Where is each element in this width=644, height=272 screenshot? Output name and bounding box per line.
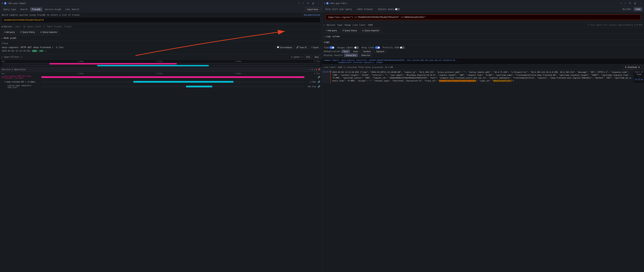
trash-icon-right[interactable]: 🗑 (633, 2, 637, 5)
timeline-bar-row-2 (2, 65, 320, 66)
help-icon[interactable]: ? (298, 2, 300, 5)
node-graph-section[interactable]: ▶ Node graph (0, 36, 322, 41)
tab-loki-search[interactable]: Loki Search (64, 8, 81, 11)
span-link-icon-2[interactable]: 🔗 (318, 85, 320, 88)
span-rows: ▼ nais-ingress HTTP GET shop-frontend / … (0, 74, 322, 89)
span-link-icon-1[interactable]: 🔗 (318, 80, 320, 83)
tab-explain-query[interactable]: Explain query (376, 7, 402, 11)
prettify-json-toggle[interactable] (400, 46, 405, 49)
svc-all-icon[interactable]: ⟫ (316, 68, 317, 71)
query-inspector-button-right[interactable]: ⊙ Query inspector (360, 28, 381, 33)
query-history-button-left[interactable]: ↺ Query history (18, 30, 37, 34)
tab-service-graph[interactable]: Service Graph (43, 8, 63, 11)
next-button[interactable]: Next (313, 56, 320, 58)
give-feedback-button[interactable]: 💬 Give feedback (275, 46, 294, 49)
query-inspector-button-left[interactable]: ⊙ Query inspector (38, 30, 59, 34)
tab-kick-start[interactable]: Kick start your query (324, 7, 354, 11)
tab-builder[interactable]: Builder (621, 7, 633, 11)
save-icon[interactable]: ⬆ (302, 2, 304, 5)
tab-query-type[interactable]: Query type (2, 8, 18, 11)
line-limit-row: Line limit: 1000 (1 returned) Total byte… (322, 64, 644, 70)
options-spans-limit: Spans Limit: 3 (27, 25, 45, 28)
service-operation-label: Service & Operation (2, 68, 310, 71)
svc-pin-icon[interactable]: 📌 (318, 68, 320, 71)
chevron-options-right: ▶ (324, 24, 325, 26)
eye-icon-right[interactable]: 👁 (628, 2, 632, 5)
span-duration-2: 692.57μs (306, 86, 316, 88)
timeline-bar-pink (50, 63, 177, 64)
eye-icon[interactable]: 👁 (306, 2, 310, 5)
tab-code[interactable]: Code (634, 7, 642, 11)
span-collapse-icon-1[interactable]: ▼ (4, 81, 6, 83)
add-query-button-left[interactable]: + Add query (2, 30, 17, 34)
tab-traceql[interactable]: TraceQL (30, 8, 42, 11)
trash-icon[interactable]: 🗑 (311, 2, 315, 5)
history-icon-left: ↺ (20, 31, 22, 33)
oldest-first-btn[interactable]: Oldest first (359, 54, 372, 57)
export-button[interactable]: ↗ Export (309, 46, 320, 49)
info-circle-icon: ⓘ (21, 56, 23, 58)
timeline-bar-teal (97, 65, 209, 66)
trace-id-button[interactable]: 🔗 Trace ID (295, 46, 308, 49)
datasource-name-right: (dev-gcp-loki) (330, 2, 347, 4)
logs-label: Logs (322, 39, 644, 45)
options-limit: Limit: 20 (14, 25, 26, 28)
trace-date: 2024-03-04 12:13:18.651 (2, 50, 30, 52)
dedup-exact-btn[interactable]: Exact (351, 50, 360, 53)
span-collapse-icon-0[interactable]: ▼ (2, 76, 3, 78)
wrap-lines-toggle[interactable] (375, 46, 380, 49)
svc-expand-icon[interactable]: ⋯ (310, 68, 311, 71)
traceql-input[interactable] (2, 17, 320, 23)
svc-collapse-icon[interactable]: ⟨ (312, 68, 313, 71)
newest-first-btn[interactable]: Newest first (344, 54, 358, 57)
save-icon-right[interactable]: ⬆ (624, 2, 627, 5)
deduplication-label: Deduplication (324, 50, 340, 53)
export-icon: ↗ (311, 46, 312, 48)
span-row-1: ▼ shop-frontend GET / (2.58ms) 2.58ms 🔗 (2, 80, 320, 84)
documentation-link[interactable]: Documentation (304, 14, 320, 16)
feedback-icon: 💬 (277, 46, 279, 48)
query-tabs-left: Query type Search TraceQL Service Graph … (0, 6, 322, 12)
options-table-format: Table Format: Traces (46, 25, 72, 28)
collapse-icon-right[interactable]: ▼ (324, 2, 325, 4)
dedup-none-btn[interactable]: None (342, 50, 350, 53)
options-line-limit-right: Line limit: 1000 (353, 24, 373, 26)
tab-search[interactable]: Search (18, 8, 29, 11)
span-bar-0 (41, 76, 304, 78)
explain-query-toggle[interactable] (395, 8, 400, 10)
method-badge: GET (32, 50, 37, 52)
timeline-bars (2, 63, 320, 66)
svc-op-controls: ⋯ ⟨ ⟩ ⟫ 📌 (310, 68, 320, 71)
svc-op-times: 0μs 1.69ms 3.37ms 5.06ms 6.75ms (0, 72, 322, 74)
tab-label-browser[interactable]: Label browser (355, 7, 375, 11)
left-panel-header: ▼ A (dev-gcp-tempo) ? ⬆ 👁 🗑 ⋮ (0, 0, 322, 6)
more-icon-right[interactable]: ⋮ (638, 2, 642, 5)
svc-more-icon[interactable]: ⟩ (314, 68, 315, 71)
download-button[interactable]: ⬇ Download ▼ (623, 65, 642, 69)
logs-controls: Time Unique labels Wrap lines Prettify J… (322, 45, 644, 58)
span-bar-2 (186, 86, 212, 87)
options-query-info: ⓘ This query will process approximately … (588, 24, 642, 26)
collapse-icon[interactable]: ▼ (2, 2, 3, 4)
time-toggle[interactable] (330, 46, 334, 49)
help-icon-right[interactable]: ? (620, 2, 622, 5)
import-trace-button[interactable]: Import trace (305, 7, 320, 12)
timeline-labels: 0μs 1.69ms 3.37ms 5.06ms 6.75ms (2, 60, 320, 62)
chevron-span-filters: ▶ (2, 56, 3, 58)
add-query-button-right[interactable]: + Add query (324, 28, 339, 33)
options-toggle-left[interactable]: ▶ Options (2, 25, 12, 28)
datasource-icon-right: A (326, 2, 328, 4)
right-query-bar[interactable]: {app="nais-ingress"} |="39e8b83281976509… (326, 14, 641, 20)
options-row-right: ▶ Options Type: Range Line limit: 1000 ⓘ… (322, 22, 644, 28)
prev-button[interactable]: Prev (305, 56, 312, 58)
status-badge: 200 (38, 50, 44, 52)
unique-labels-toggle[interactable] (354, 46, 359, 49)
dedup-signature-btn[interactable]: Signature (374, 50, 386, 53)
dedup-numbers-btn[interactable]: Numbers (361, 50, 373, 53)
query-history-button-right[interactable]: ↺ Query history (340, 28, 359, 33)
span-link-icon-0[interactable]: 🔗 (318, 76, 320, 78)
logs-volume-header[interactable]: ▶ Logs volume (322, 34, 644, 39)
start-of-range: Start of range | 12:13:18 (634, 70, 644, 83)
timeline-bar-row-1 (2, 63, 320, 64)
more-icon[interactable]: ⋮ (316, 2, 320, 5)
